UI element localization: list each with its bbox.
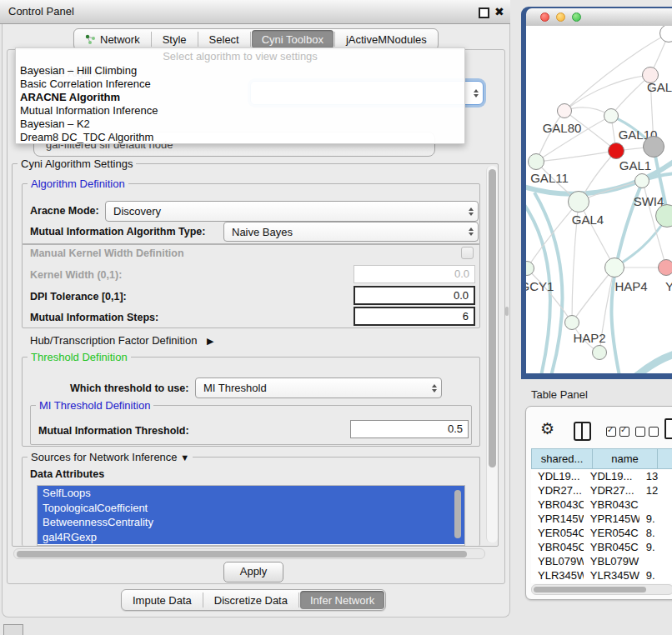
network-canvas[interactable]: GALGAL80GAL10GAL1GAL11SWI4GAL4GCY1HAP4YH…	[526, 26, 672, 373]
table-row[interactable]: YDL19...YDL19...13	[531, 469, 672, 483]
attribute-item[interactable]: gal4RGexp	[38, 530, 464, 545]
table-row[interactable]: YIL052CYIL052C0.	[531, 582, 672, 583]
table-cell: 0.	[639, 582, 672, 583]
table-cell: 9.	[639, 568, 672, 582]
deselect-all-checkbox-icon-2[interactable]	[649, 427, 659, 437]
table-cell: YPR145W	[531, 512, 584, 526]
attribute-item[interactable]: SelfLoops	[38, 486, 464, 501]
mi-threshold-field[interactable]: 0.5	[350, 420, 469, 438]
column-header[interactable]: shared...	[531, 448, 592, 469]
table-row[interactable]: YLR345WYLR345W9.	[531, 568, 672, 582]
tab-discretize-data[interactable]: Discretize Data	[203, 590, 298, 610]
attributes-vscroll-thumb[interactable]	[454, 490, 461, 538]
network-node-y[interactable]	[658, 259, 672, 276]
gear-icon[interactable]: ⚙	[540, 419, 554, 438]
network-node-gal80[interactable]	[557, 103, 572, 118]
data-attributes-label: Data Attributes	[30, 468, 104, 480]
table-row[interactable]: YBL079WYBL079W	[531, 554, 672, 568]
dpi-tolerance-field[interactable]: 0.0	[354, 286, 475, 305]
tab-cyni-toolbox[interactable]: Cyni Toolbox	[252, 30, 333, 48]
tab-select[interactable]: Select	[198, 29, 250, 49]
network-node[interactable]	[592, 345, 607, 360]
zoom-window-icon[interactable]	[572, 12, 581, 22]
table-hscroll-thumb[interactable]	[534, 587, 646, 592]
network-view-window: GALGAL80GAL10GAL1GAL11SWI4GAL4GCY1HAP4YH…	[521, 7, 672, 379]
data-attributes-list[interactable]: SelfLoopsTopologicalCoefficientBetweenne…	[37, 485, 465, 546]
network-node-hap2[interactable]	[564, 315, 579, 330]
table-row[interactable]: YBR045CYBR045C9.	[531, 540, 672, 554]
table-row[interactable]: YER054CYER054C8.	[531, 526, 672, 540]
column-header[interactable]: name	[592, 448, 657, 469]
algorithm-option[interactable]: Bayesian – Hill Climbing	[16, 64, 464, 78]
table-cell: YBL079W	[584, 554, 639, 568]
minimize-window-icon[interactable]	[556, 12, 565, 22]
sources-title[interactable]: Sources for Network Inference ▼	[28, 451, 193, 463]
dpi-tolerance-label: DPI Tolerance [0,1]:	[30, 291, 127, 302]
select-all-checkbox-icon-2[interactable]	[619, 427, 629, 437]
manual-kernel-width-checkbox[interactable]	[461, 247, 474, 259]
table-row[interactable]: YDR27...YDR27...12	[531, 483, 672, 498]
settings-vscroll-thumb[interactable]	[489, 169, 496, 468]
network-node[interactable]	[643, 136, 664, 158]
columns-icon[interactable]	[574, 422, 591, 441]
tab-jactivemnodules[interactable]: jActiveMNodules	[335, 29, 438, 49]
tab-infer-network[interactable]: Infer Network	[300, 591, 384, 609]
network-window-titlebar[interactable]	[526, 8, 672, 27]
network-node-swi4[interactable]	[634, 173, 649, 188]
table-cell: YLR345W	[584, 568, 639, 582]
stepper-arrows-icon	[469, 208, 474, 216]
tab-style[interactable]: Style	[152, 29, 198, 49]
kernel-width-label: Kernel Width (0,1):	[30, 269, 122, 281]
algorithm-option[interactable]: Dream8 DC_TDC Algorithm	[16, 131, 464, 144]
network-node-hap4[interactable]	[604, 258, 624, 278]
table-cell: YBR045C	[584, 540, 639, 554]
hub-definition-toggle[interactable]: Hub/Transcription Factor Definition ▶	[30, 334, 213, 347]
network-icon	[85, 34, 96, 45]
mi-algorithm-type-label: Mutual Information Algorithm Type:	[30, 226, 205, 238]
algorithm-option[interactable]: Mutual Information Inference	[16, 104, 464, 118]
algorithm-option[interactable]: Basic Correlation Inference	[16, 78, 464, 91]
network-node-gal11[interactable]	[528, 153, 544, 170]
node-label: GAL80	[543, 121, 582, 135]
table-row[interactable]: YPR145WYPR145W9.	[531, 512, 672, 526]
aracne-mode-combobox[interactable]: Discovery	[105, 201, 479, 222]
which-threshold-value: MI Threshold	[203, 378, 267, 398]
algorithm-definition-title: Algorithm Definition	[28, 178, 128, 190]
stepper-arrows-icon	[474, 89, 479, 98]
close-panel-icon[interactable]: ✖	[494, 5, 504, 18]
dropdown-placeholder: Select algorithm to view settings	[16, 50, 464, 62]
panel-corner-button[interactable]	[3, 624, 23, 635]
node-label: GAL1	[619, 158, 651, 172]
settings-horizontal-scrollbar[interactable]	[13, 548, 485, 559]
tab-impute-data[interactable]: Impute Data	[122, 590, 203, 610]
network-node[interactable]	[655, 204, 672, 228]
close-window-icon[interactable]	[540, 12, 549, 22]
column-header[interactable]	[657, 448, 672, 469]
table-cell: YER054C	[584, 526, 639, 540]
mi-algorithm-type-combobox[interactable]: Naive Bayes	[223, 222, 479, 242]
tab-network[interactable]: Network	[74, 29, 151, 49]
algorithm-option[interactable]: ARACNE Algorithm	[16, 91, 464, 104]
float-panel-icon[interactable]	[479, 8, 489, 18]
mi-steps-field[interactable]: 6	[354, 307, 475, 326]
kernel-width-field[interactable]: 0.0	[354, 265, 475, 283]
attribute-item[interactable]: BetweennessCentrality	[38, 515, 464, 530]
table-cell: YIL052C	[584, 582, 639, 583]
panel-splitter-handle[interactable]	[505, 307, 509, 316]
settings-hscroll-thumb[interactable]	[17, 551, 467, 558]
select-all-checkbox-icon[interactable]	[606, 427, 616, 437]
network-node-gal10[interactable]	[604, 108, 619, 123]
attribute-item[interactable]: TopologicalCoefficient	[38, 501, 464, 516]
table-cell: 9.	[639, 512, 672, 526]
network-node-gal4[interactable]	[568, 191, 589, 212]
network-node-gal1[interactable]	[608, 142, 624, 159]
apply-button[interactable]: Apply	[223, 562, 283, 582]
algorithm-option[interactable]: Bayesian – K2	[16, 118, 464, 131]
deselect-all-checkbox-icon[interactable]	[635, 427, 645, 437]
table-cell: YLR345W	[531, 568, 584, 582]
table-horizontal-scrollbar[interactable]	[531, 584, 672, 595]
which-threshold-combobox[interactable]: MI Threshold	[195, 378, 442, 398]
settings-vertical-scrollbar[interactable]	[486, 166, 498, 542]
table-row[interactable]: YBR043CYBR043C	[531, 498, 672, 512]
document-icon[interactable]	[664, 418, 672, 439]
